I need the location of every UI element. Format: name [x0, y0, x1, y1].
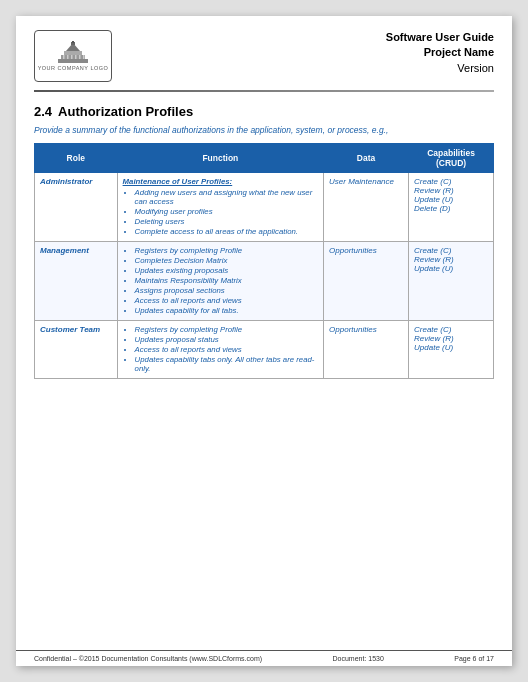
footer-page: Page 6 of 17 [454, 655, 494, 662]
col-role: Role [35, 144, 118, 173]
section-subtext: Provide a summary of the functional auth… [34, 125, 494, 135]
col-data: Data [324, 144, 409, 173]
list-item: Access to all reports and views [135, 345, 318, 354]
table-row: ManagementRegisters by completing Profil… [35, 242, 494, 321]
list-item: Registers by completing Profile [135, 246, 318, 255]
list-item: Assigns proposal sections [135, 286, 318, 295]
list-item: Updates existing proposals [135, 266, 318, 275]
svg-rect-8 [71, 55, 73, 59]
section-heading: 2.4Authorization Profiles [34, 104, 494, 119]
function-list: Registers by completing ProfileCompletes… [135, 246, 318, 315]
col-capabilities: Capabilities (CRUD) [409, 144, 494, 173]
function-cell: Maintenance of User Profiles:Adding new … [117, 173, 323, 242]
table-header-row: Role Function Data Capabilities (CRUD) [35, 144, 494, 173]
capability-item: Update (U) [414, 343, 488, 352]
svg-rect-5 [72, 41, 74, 43]
function-title: Maintenance of User Profiles: [123, 177, 318, 186]
capability-item: Create (C) [414, 325, 488, 334]
list-item: Deleting users [135, 217, 318, 226]
doc-title1: Software User Guide [386, 30, 494, 45]
capabilities-cell: Create (C)Review (R)Update (U) [409, 242, 494, 321]
capability-item: Review (R) [414, 255, 488, 264]
svg-rect-2 [64, 51, 82, 55]
doc-version: Version [386, 61, 494, 76]
capabilities-cell: Create (C)Review (R)Update (U)Delete (D) [409, 173, 494, 242]
header-titles: Software User Guide Project Name Version [386, 30, 494, 76]
role-cell: Customer Team [35, 321, 118, 379]
svg-rect-1 [61, 55, 85, 59]
list-item: Maintains Responsibility Matrix [135, 276, 318, 285]
capability-item: Review (R) [414, 186, 488, 195]
function-list: Registers by completing ProfileUpdates p… [135, 325, 318, 373]
list-item: Modifying user profiles [135, 207, 318, 216]
list-item: Completes Decision Matrix [135, 256, 318, 265]
table-row: AdministratorMaintenance of User Profile… [35, 173, 494, 242]
role-cell: Administrator [35, 173, 118, 242]
list-item: Access to all reports and views [135, 296, 318, 305]
doc-title2: Project Name [386, 45, 494, 60]
capability-item: Create (C) [414, 246, 488, 255]
capabilities-cell: Create (C)Review (R)Update (U) [409, 321, 494, 379]
list-item: Updates capability tabs only. All other … [135, 355, 318, 373]
list-item: Updates capability for all tabs. [135, 306, 318, 315]
page-footer: Confidential – ©2015 Documentation Consu… [16, 650, 512, 666]
svg-rect-10 [79, 55, 81, 59]
footer-document: Document: 1530 [333, 655, 384, 662]
function-cell: Registers by completing ProfileUpdates p… [117, 321, 323, 379]
table-row: Customer TeamRegisters by completing Pro… [35, 321, 494, 379]
capability-item: Create (C) [414, 177, 488, 186]
data-cell: Opportunities [324, 321, 409, 379]
capability-item: Delete (D) [414, 204, 488, 213]
role-cell: Management [35, 242, 118, 321]
svg-rect-7 [67, 55, 69, 59]
capability-item: Update (U) [414, 264, 488, 273]
list-item: Adding new users and assigning what the … [135, 188, 318, 206]
data-cell: Opportunities [324, 242, 409, 321]
company-logo: YOUR COMPANY LOGO [34, 30, 112, 82]
list-item: Complete access to all areas of the appl… [135, 227, 318, 236]
function-list: Adding new users and assigning what the … [135, 188, 318, 236]
page-content: 2.4Authorization Profiles Provide a summ… [16, 92, 512, 650]
footer-confidential: Confidential – ©2015 Documentation Consu… [34, 655, 262, 662]
capability-item: Review (R) [414, 334, 488, 343]
svg-rect-11 [83, 55, 85, 59]
list-item: Updates proposal status [135, 335, 318, 344]
document-page: YOUR COMPANY LOGO Software User Guide Pr… [16, 16, 512, 666]
page-header: YOUR COMPANY LOGO Software User Guide Pr… [16, 16, 512, 90]
data-cell: User Maintenance [324, 173, 409, 242]
logo-label: YOUR COMPANY LOGO [38, 65, 109, 71]
svg-rect-0 [58, 59, 88, 63]
capability-item: Update (U) [414, 195, 488, 204]
authorization-table: Role Function Data Capabilities (CRUD) A… [34, 143, 494, 379]
svg-rect-6 [63, 55, 65, 59]
svg-rect-9 [75, 55, 77, 59]
col-function: Function [117, 144, 323, 173]
function-cell: Registers by completing ProfileCompletes… [117, 242, 323, 321]
list-item: Registers by completing Profile [135, 325, 318, 334]
